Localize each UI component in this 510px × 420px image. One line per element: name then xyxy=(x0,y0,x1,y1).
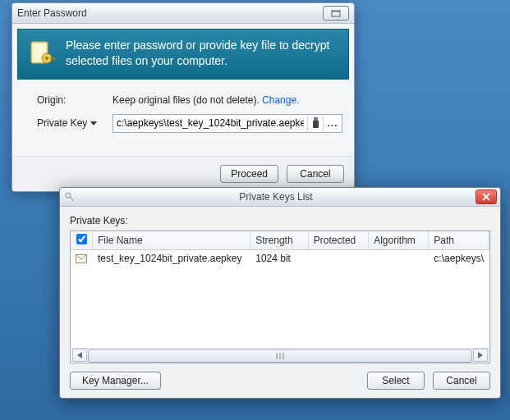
usb-device-button[interactable] xyxy=(307,116,323,131)
dialog1-button-bar: Proceed Cancel xyxy=(12,157,354,191)
banner: Please enter password or provide key fil… xyxy=(17,29,349,80)
cell-algorithm xyxy=(369,250,429,267)
spacer xyxy=(169,372,359,390)
col-path[interactable]: Path xyxy=(429,231,489,250)
svg-rect-9 xyxy=(313,121,319,128)
origin-text: Keep original files (do not delete). xyxy=(113,94,262,106)
table-row[interactable]: test_key_1024bit_private.aepkey 1024 bit… xyxy=(71,250,489,267)
horizontal-scrollbar[interactable] xyxy=(71,348,489,362)
private-key-label-text: Private Key xyxy=(37,117,87,129)
scroll-track[interactable] xyxy=(88,349,472,361)
cell-path: c:\aepkeys\ xyxy=(429,250,489,267)
scroll-right-button[interactable] xyxy=(473,349,488,362)
dialog-title: Enter Password xyxy=(17,3,323,23)
usb-icon xyxy=(311,117,320,129)
col-file[interactable]: File Name xyxy=(93,231,250,250)
close-button[interactable] xyxy=(476,189,497,204)
cell-protected xyxy=(308,250,368,267)
origin-change-link[interactable]: Change. xyxy=(262,94,299,106)
browse-button[interactable]: ... xyxy=(323,116,342,131)
keys-table: File Name Strength Protected Algorithm P… xyxy=(71,231,489,267)
select-button[interactable]: Select xyxy=(367,372,425,390)
proceed-button[interactable]: Proceed xyxy=(220,165,278,183)
chevron-right-icon xyxy=(478,352,483,358)
col-strength[interactable]: Strength xyxy=(250,231,309,250)
chevron-down-icon xyxy=(90,121,97,126)
key-manager-button[interactable]: Key Manager... xyxy=(70,372,161,390)
origin-value: Keep original files (do not delete). Cha… xyxy=(113,94,299,106)
grip-icon xyxy=(273,353,287,359)
svg-rect-7 xyxy=(53,57,55,61)
list-label: Private Keys: xyxy=(70,215,490,226)
dialog2-title: Private Keys List xyxy=(76,191,476,203)
form-area: Origin: Keep original files (do not dele… xyxy=(12,80,354,148)
key-file-icon xyxy=(76,254,87,263)
col-protected[interactable]: Protected xyxy=(308,231,368,250)
dialog2-titlebar[interactable]: Private Keys List xyxy=(60,188,500,207)
private-key-input[interactable] xyxy=(113,116,307,131)
banner-text: Please enter password or provide key fil… xyxy=(66,38,338,69)
app-icon xyxy=(63,192,76,202)
private-keys-list-dialog: Private Keys List Private Keys: File Nam… xyxy=(59,187,501,399)
svg-line-11 xyxy=(70,197,74,201)
chevron-left-icon xyxy=(77,352,82,358)
select-all-header[interactable] xyxy=(71,231,93,250)
private-key-field: ... xyxy=(113,114,342,133)
enter-password-dialog: Enter Password Please enter password or … xyxy=(11,2,355,192)
col-algorithm[interactable]: Algorithm xyxy=(369,231,429,250)
private-key-label[interactable]: Private Key xyxy=(37,117,113,129)
dialog2-body: Private Keys: File Name Strength Protect… xyxy=(60,207,500,398)
table-header-row: File Name Strength Protected Algorithm P… xyxy=(71,231,489,250)
svg-rect-8 xyxy=(314,117,318,121)
dialog2-button-bar: Key Manager... Select Cancel xyxy=(70,372,490,390)
scroll-thumb[interactable] xyxy=(88,349,472,363)
key-lock-icon xyxy=(28,39,56,67)
cell-file: test_key_1024bit_private.aepkey xyxy=(93,250,250,267)
origin-label: Origin: xyxy=(37,94,113,106)
select-all-checkbox[interactable] xyxy=(76,234,87,244)
close-button[interactable] xyxy=(323,6,349,21)
cancel-button[interactable]: Cancel xyxy=(287,165,344,183)
cell-strength: 1024 bit xyxy=(250,250,309,267)
svg-point-5 xyxy=(45,57,48,60)
keys-table-wrap: File Name Strength Protected Algorithm P… xyxy=(70,231,490,363)
dialog-titlebar[interactable]: Enter Password xyxy=(12,3,354,24)
close-icon xyxy=(482,193,490,201)
scroll-left-button[interactable] xyxy=(72,349,87,362)
cancel-button[interactable]: Cancel xyxy=(433,372,490,390)
close-icon xyxy=(331,10,341,17)
